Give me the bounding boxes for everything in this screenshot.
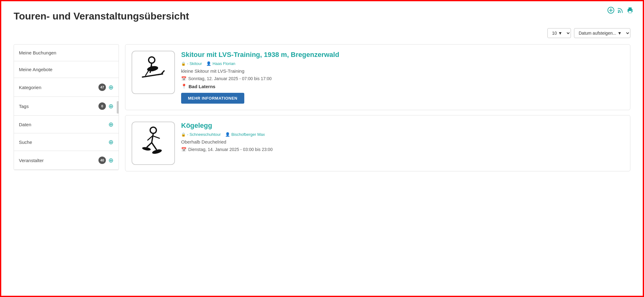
card-author-2: 👤 Bischofberger Max bbox=[225, 132, 265, 137]
svg-point-20 bbox=[152, 148, 162, 155]
sidebar-item-label: Meine Angebote bbox=[19, 67, 52, 72]
card-category-1: 🔒 - Skitour bbox=[181, 61, 202, 66]
svg-line-16 bbox=[153, 136, 159, 138]
svg-line-15 bbox=[152, 133, 153, 143]
top-icons-area bbox=[607, 7, 633, 15]
card-content-2: Kögelegg 🔒 - Schneeschuhtour 👤 Bischofbe… bbox=[181, 122, 624, 165]
kategorien-badge: 47 bbox=[98, 84, 106, 91]
card-meta-2: 🔒 - Schneeschuhtour 👤 Bischofberger Max bbox=[181, 132, 624, 137]
sidebar-item-label: Veranstalter bbox=[19, 158, 44, 163]
author-link-1[interactable]: Haas Florian bbox=[212, 61, 235, 66]
main-layout: Meine Buchungen Meine Angebote Kategorie… bbox=[14, 44, 630, 171]
daten-plus-icon[interactable]: ⊕ bbox=[108, 121, 114, 127]
svg-point-7 bbox=[632, 10, 632, 11]
card-title-2[interactable]: Kögelegg bbox=[181, 122, 624, 130]
card-meta-1: 🔒 - Skitour 👤 Haas Florian bbox=[181, 61, 624, 66]
card-description-1: kleine Skitour mit LVS-Training bbox=[181, 68, 624, 74]
sidebar-item-kategorien[interactable]: Kategorien 47 ⊕ bbox=[14, 78, 119, 97]
card-image-2 bbox=[132, 122, 175, 165]
sort-select[interactable]: Datum aufsteigen... ▼ Datum absteigen...… bbox=[574, 28, 630, 38]
veranstalter-badge: 40 bbox=[98, 157, 106, 164]
card-title-1[interactable]: Skitour mit LVS-Training, 1938 m, Bregen… bbox=[181, 51, 624, 59]
card-date-2: 📅 Dienstag, 14. Januar 2025 - 03:00 bis … bbox=[181, 147, 624, 152]
sidebar-item-label: Suche bbox=[19, 140, 32, 145]
controls-row: 10 ▼ 25 50 Datum aufsteigen... ▼ Datum a… bbox=[14, 28, 630, 38]
sidebar-collapse-arrow[interactable]: ‹ bbox=[117, 101, 119, 114]
sidebar: Meine Buchungen Meine Angebote Kategorie… bbox=[14, 44, 119, 170]
svg-rect-6 bbox=[629, 11, 632, 13]
svg-point-8 bbox=[149, 57, 155, 63]
count-select[interactable]: 10 ▼ 25 50 bbox=[547, 28, 571, 38]
page-title: Touren- und Veranstaltungsübersicht bbox=[14, 11, 630, 22]
sidebar-item-label: Kategorien bbox=[19, 85, 41, 90]
tour-card-1: Skitour mit LVS-Training, 1938 m, Bregen… bbox=[125, 44, 630, 110]
svg-line-18 bbox=[152, 143, 156, 149]
card-category-2: 🔒 - Schneeschuhtour bbox=[181, 132, 221, 137]
cards-area: Skitour mit LVS-Training, 1938 m, Bregen… bbox=[125, 44, 630, 171]
sidebar-item-meine-buchungen[interactable]: Meine Buchungen bbox=[14, 45, 119, 61]
sidebar-item-tags[interactable]: Tags 0 ⊕ bbox=[14, 97, 119, 116]
svg-rect-5 bbox=[629, 7, 632, 9]
location-text-1: Bad Laterns bbox=[189, 84, 215, 89]
card-content-1: Skitour mit LVS-Training, 1938 m, Bregen… bbox=[181, 51, 624, 104]
sidebar-item-veranstalter[interactable]: Veranstalter 40 ⊕ bbox=[14, 151, 119, 170]
card-author-1: 👤 Haas Florian bbox=[206, 61, 235, 66]
mehr-informationen-button-1[interactable]: MEHR INFORMATIONEN bbox=[181, 93, 244, 104]
category-link-2[interactable]: - Schneeschuhtour bbox=[187, 132, 221, 137]
lock-icon-2: 🔒 bbox=[181, 132, 186, 137]
svg-line-13 bbox=[162, 71, 164, 73]
veranstalter-plus-icon[interactable]: ⊕ bbox=[108, 157, 114, 163]
svg-point-3 bbox=[618, 11, 620, 13]
sidebar-item-label: Tags bbox=[19, 104, 29, 109]
sidebar-item-meine-angebote[interactable]: Meine Angebote bbox=[14, 61, 119, 78]
sidebar-item-label: Daten bbox=[19, 122, 31, 127]
tags-badge: 0 bbox=[98, 102, 106, 110]
card-date-1: 📅 Sonntag, 12. Januar 2025 - 07:00 bis 1… bbox=[181, 76, 624, 81]
svg-point-14 bbox=[150, 127, 156, 133]
svg-line-19 bbox=[147, 143, 152, 147]
suche-plus-icon[interactable]: ⊕ bbox=[108, 139, 114, 145]
date-text-2: Dienstag, 14. Januar 2025 - 03:00 bis 23… bbox=[188, 147, 272, 152]
pin-icon: 📍 bbox=[181, 84, 187, 89]
page-container: Touren- und Veranstaltungsübersicht 10 ▼… bbox=[0, 0, 644, 297]
tags-plus-icon[interactable]: ⊕ bbox=[108, 103, 114, 109]
svg-point-21 bbox=[142, 147, 151, 151]
category-link-1[interactable]: - Skitour bbox=[187, 61, 202, 66]
kategorien-plus-icon[interactable]: ⊕ bbox=[108, 84, 114, 90]
sidebar-item-label: Meine Buchungen bbox=[19, 50, 56, 55]
calendar-icon: 📅 bbox=[181, 76, 186, 81]
card-description-2: Oberhalb Deuchelried bbox=[181, 139, 624, 144]
user-icon-2: 👤 bbox=[225, 132, 230, 137]
print-icon[interactable] bbox=[627, 7, 633, 15]
date-text-1: Sonntag, 12. Januar 2025 - 07:00 bis 17:… bbox=[188, 76, 272, 81]
calendar-icon-2: 📅 bbox=[181, 147, 186, 152]
add-icon[interactable] bbox=[607, 7, 614, 15]
tour-card-2: Kögelegg 🔒 - Schneeschuhtour 👤 Bischofbe… bbox=[125, 115, 630, 171]
lock-icon: 🔒 bbox=[181, 62, 186, 66]
card-location-1: 📍 Bad Laterns bbox=[181, 84, 624, 89]
rss-icon[interactable] bbox=[617, 7, 624, 15]
user-icon: 👤 bbox=[206, 61, 211, 66]
sidebar-item-suche[interactable]: Suche ⊕ bbox=[14, 133, 119, 151]
card-image-1 bbox=[132, 51, 175, 94]
sidebar-item-daten[interactable]: Daten ⊕ bbox=[14, 116, 119, 133]
author-link-2[interactable]: Bischofberger Max bbox=[231, 132, 265, 137]
